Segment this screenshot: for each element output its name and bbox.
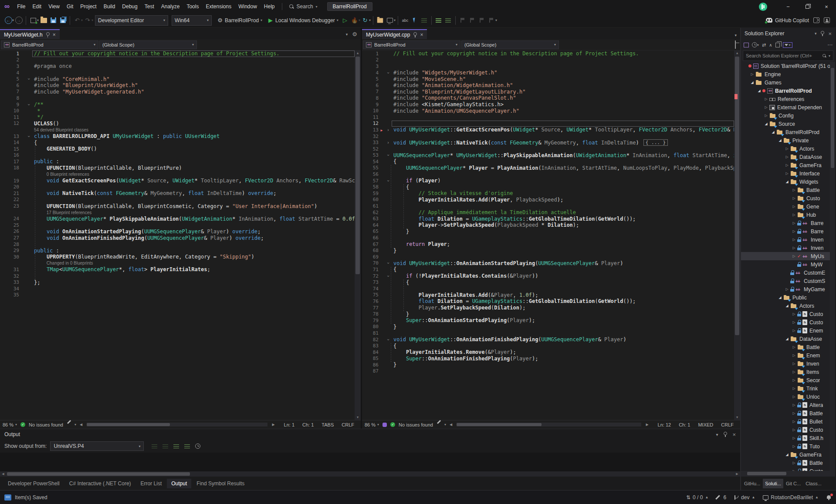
- code-text[interactable]: [392, 286, 734, 292]
- scrollbar-thumb[interactable]: [355, 57, 360, 274]
- issues-status[interactable]: No issues found: [29, 422, 63, 427]
- preview-window-button[interactable]: [386, 15, 394, 26]
- code-line[interactable]: 85 Super::OnAnimationFinishedPlaying(Pla…: [362, 356, 734, 362]
- tree-item-barrelrollprod[interactable]: ◢BarrelRollProd: [741, 128, 835, 136]
- expander-closed-icon[interactable]: ▷: [792, 444, 796, 448]
- pending-changes-filter-button[interactable]: ▾: [752, 42, 759, 47]
- expander-closed-icon[interactable]: ▷: [792, 461, 796, 465]
- tree-item-gamefra[interactable]: ◢GameFra: [741, 450, 835, 459]
- open-file-button[interactable]: [39, 15, 48, 26]
- code-text[interactable]: #include "CoreMinimal.h": [32, 76, 355, 82]
- code-text[interactable]: */: [32, 114, 355, 121]
- tree-item-inven[interactable]: ▷++Inven: [741, 235, 835, 244]
- expander-closed-icon[interactable]: ▷: [792, 254, 796, 258]
- code-text[interactable]: float Dilation = UGameplayStatics::GetGl…: [392, 215, 734, 222]
- toolbar-overflow-button[interactable]: ⋯: [827, 42, 833, 48]
- clear-all-icon[interactable]: [173, 444, 179, 449]
- expander-closed-icon[interactable]: ▷: [792, 213, 796, 217]
- window-position-chevron-icon[interactable]: ▾: [716, 432, 718, 437]
- bottom-tab-error-list[interactable]: Error List: [136, 479, 166, 488]
- sync-commits-button[interactable]: ⇅ 0 / 0 ▲: [686, 494, 708, 501]
- menu-item-tools[interactable]: Tools: [183, 0, 202, 13]
- solution-configuration-dropdown[interactable]: Development Editor▾: [95, 15, 168, 26]
- health-check-icon[interactable]: ✓: [390, 422, 395, 427]
- tree-item-inven[interactable]: ▷Inven: [741, 360, 835, 368]
- code-line[interactable]: 25: [0, 222, 355, 228]
- tree-item-custo[interactable]: ▷hCusto: [741, 426, 835, 434]
- code-line[interactable]: 23 UFUNCTION(BlueprintCallable, Blueprin…: [0, 203, 355, 209]
- bottom-tab-find-symbol-results[interactable]: Find Symbol Results: [192, 479, 249, 488]
- code-line[interactable]: 59 // Stocke la vitesse d'origine: [362, 190, 734, 197]
- code-line[interactable]: 35: [0, 292, 355, 299]
- tree-item-custo[interactable]: ▷hCusto: [741, 310, 835, 318]
- tree-item-custo[interactable]: ▷hCusto: [741, 467, 835, 471]
- code-text[interactable]: #pragma once: [32, 63, 355, 70]
- code-text[interactable]: #include "MyUserWidget.generated.h": [32, 89, 355, 95]
- code-line[interactable]: 6#include "Blueprint/UserWidget.h": [0, 82, 355, 89]
- code-text[interactable]: if (!PlayerInitialRates.Contains(&Player…: [392, 273, 734, 279]
- code-text[interactable]: }: [392, 247, 734, 254]
- solution-platform-dropdown[interactable]: Win64▾: [172, 15, 212, 26]
- expander-closed-icon[interactable]: ▷: [792, 362, 796, 366]
- word-completion-icon[interactable]: abc: [401, 15, 410, 26]
- tree-item-battle[interactable]: ▷hBattle: [741, 459, 835, 467]
- expander-open-icon[interactable]: ◢: [778, 138, 782, 142]
- code-line[interactable]: 26 void OnAnimationStartedPlaying(UUMGSe…: [0, 228, 355, 235]
- project-dropdown[interactable]: ++ BarrelRollProd ▾: [363, 40, 460, 49]
- fold-toggle[interactable]: ›: [25, 77, 32, 81]
- tree-item-dataasse[interactable]: ▷DataAsse: [741, 153, 835, 161]
- tree-item-engine[interactable]: ▷Engine: [741, 70, 835, 78]
- code-text[interactable]: PlayerInitialRates.Remove(&Player);: [392, 349, 734, 356]
- code-line[interactable]: 4: [0, 70, 355, 76]
- tree-item-inven[interactable]: ▷++Inven: [741, 244, 835, 252]
- code-line[interactable]: 57› if (Player): [362, 178, 734, 184]
- tree-item-gene[interactable]: ▷Gene: [741, 202, 835, 211]
- code-line[interactable]: 78 }: [362, 311, 734, 317]
- code-line[interactable]: 55 UUMGSequencePlayer* Player = PlayAnim…: [362, 165, 734, 171]
- expander-closed-icon[interactable]: ▷: [792, 420, 796, 423]
- code-text[interactable]: // Applique immédiatement la TimeDilatio…: [392, 209, 734, 216]
- tree-item-private[interactable]: ◢Private: [741, 136, 835, 144]
- code-text[interactable]: [392, 133, 734, 140]
- tree-item-enem[interactable]: ▷hEnem: [741, 326, 835, 335]
- tree-item-public[interactable]: ◢Public: [741, 293, 835, 302]
- code-line[interactable]: 63 float Dilation = UGameplayStatics::Ge…: [362, 215, 734, 222]
- code-text[interactable]: #include <Kismet/GameplayStatics.h>: [392, 101, 734, 108]
- code-text[interactable]: };: [32, 279, 355, 286]
- comment-button[interactable]: [434, 15, 443, 26]
- expander-closed-icon[interactable]: ▷: [785, 287, 789, 291]
- scroll-down-icon[interactable]: ▼: [355, 415, 361, 420]
- code-line[interactable]: 12UCLASS(): [0, 121, 355, 127]
- find-in-files-button[interactable]: [376, 15, 385, 26]
- fold-toggle[interactable]: ›: [385, 337, 392, 342]
- code-line[interactable]: 5›#include "CoreMinimal.h": [0, 76, 355, 82]
- close-button[interactable]: ×: [817, 0, 836, 13]
- pin-icon[interactable]: [46, 32, 50, 37]
- scope-dropdown[interactable]: (Global Scope) ▾: [461, 40, 559, 49]
- scrollbar-thumb[interactable]: [7, 472, 190, 476]
- code-text[interactable]: [392, 114, 734, 121]
- code-text[interactable]: [32, 286, 355, 292]
- code-line[interactable]: 86}: [362, 362, 734, 368]
- code-text[interactable]: #include "Components/CanvasPanelSlot.h": [392, 95, 734, 101]
- code-cleanup-icon[interactable]: [437, 423, 441, 427]
- code-text[interactable]: [32, 70, 355, 76]
- scroll-left-icon[interactable]: ◀: [450, 423, 452, 427]
- zoom-dropdown[interactable]: 86 %▾: [365, 422, 379, 427]
- output-content[interactable]: [0, 453, 740, 471]
- analysis-icon[interactable]: [382, 423, 387, 427]
- tree-item-altera[interactable]: ▷hAltera: [741, 401, 835, 409]
- code-text[interactable]: void GetExactScreenPos(UWidget* Source, …: [32, 178, 355, 184]
- expander-closed-icon[interactable]: ▷: [792, 188, 796, 192]
- previous-bookmark-button[interactable]: [468, 15, 477, 26]
- code-line[interactable]: 8: [0, 95, 355, 101]
- code-line[interactable]: 33};: [0, 279, 355, 286]
- expander-open-icon[interactable]: ◢: [757, 89, 762, 93]
- chevron-down-icon[interactable]: ▾: [74, 423, 76, 427]
- code-text[interactable]: #include "Animation/UMGSequencePlayer.h": [392, 108, 734, 114]
- code-text[interactable]: GENERATED_BODY(): [32, 146, 355, 152]
- go-to-button[interactable]: [410, 15, 419, 26]
- expander-closed-icon[interactable]: ▷: [750, 72, 755, 76]
- code-text[interactable]: Super::OnAnimationStartedPlaying(Player)…: [392, 317, 734, 324]
- avatar[interactable]: [759, 3, 767, 11]
